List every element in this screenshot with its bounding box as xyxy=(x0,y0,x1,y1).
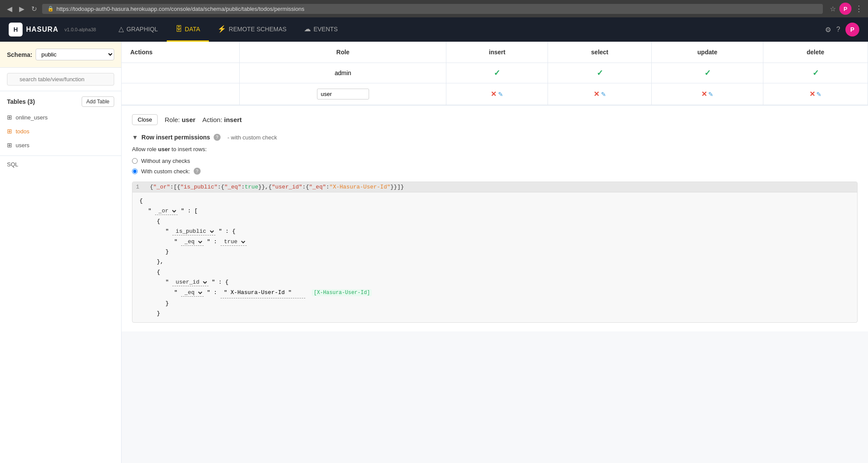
check-icon-green: ✓ xyxy=(704,69,711,77)
check-icon-green: ✓ xyxy=(597,69,603,77)
col-insert: insert xyxy=(446,42,548,63)
col-role: Role xyxy=(240,42,446,63)
remote-schemas-icon: ⚡ xyxy=(218,25,226,33)
or-field-select[interactable]: _or xyxy=(155,207,178,215)
help-button[interactable]: ? xyxy=(836,26,840,33)
radio-no-checks-label: Without any checks xyxy=(141,158,190,164)
row-user-actions xyxy=(122,83,240,105)
radio-custom-check[interactable]: With custom check: ? xyxy=(132,168,858,175)
app: H HASURA v1.0.0-alpha38 △ GRAPHIQL 🗄 DAT… xyxy=(0,17,868,463)
browser-menu-icon[interactable]: ⋮ xyxy=(855,4,863,13)
custom-check-label: - with custom check xyxy=(228,134,277,141)
browser-actions: ☆ P ⋮ xyxy=(830,3,863,15)
hasura-logo-icon: H xyxy=(9,23,23,36)
sidebar-sql[interactable]: SQL xyxy=(0,155,121,173)
section-title: Row insert permissions xyxy=(142,134,210,141)
tab-events[interactable]: ☁ EVENTS xyxy=(295,17,347,42)
search-wrap: 🔍 xyxy=(7,73,114,86)
tree-eq2-row: " _eq " : " X-Hasura-User-Id " [X-Hasura… xyxy=(174,288,850,298)
check-icon-green: ✓ xyxy=(812,69,819,77)
sidebar: Schema: public 🔍 Tables (3) Add Table ⊞ … xyxy=(0,42,122,463)
url-bar[interactable]: 🔒 https://todoapp-auth0-hasura.herokuapp… xyxy=(42,4,823,14)
row-admin-select: ✓ xyxy=(548,63,652,83)
col-select: select xyxy=(548,42,652,63)
forward-button[interactable]: ▶ xyxy=(17,3,26,15)
tab-graphiql-label: GRAPHIQL xyxy=(126,26,158,33)
tree-brace-open: { xyxy=(139,196,850,206)
logo-text: HASURA xyxy=(26,26,58,33)
row-user-insert: ✕ ✎ xyxy=(446,83,548,105)
sidebar-item-online-users[interactable]: ⊞ online_users xyxy=(0,110,121,124)
search-input[interactable] xyxy=(7,73,114,86)
eq1-field-select[interactable]: _eq xyxy=(181,238,204,246)
top-nav: H HASURA v1.0.0-alpha38 △ GRAPHIQL 🗄 DAT… xyxy=(0,17,868,42)
radio-custom-check-input[interactable] xyxy=(132,169,138,174)
section-header: ▼ Row insert permissions ? - with custom… xyxy=(132,134,858,141)
table-icon: ⊞ xyxy=(7,114,12,121)
star-icon[interactable]: ☆ xyxy=(830,5,836,13)
section-help-icon[interactable]: ? xyxy=(214,134,221,141)
radio-no-checks[interactable]: Without any checks xyxy=(132,158,858,164)
row-admin-delete: ✓ xyxy=(763,63,868,83)
tree-obj2-end: } xyxy=(157,308,850,318)
sidebar-item-users[interactable]: ⊞ users xyxy=(0,138,121,152)
user-id-field-select[interactable]: user_id xyxy=(172,278,208,286)
x-icon: ✕ xyxy=(809,90,815,98)
logo-area: H HASURA v1.0.0-alpha38 xyxy=(9,23,96,36)
permission-panel: Close Role: user Action: insert ▼ Row in… xyxy=(122,106,868,331)
refresh-button[interactable]: ↻ xyxy=(30,3,39,15)
perm-panel-header: Close Role: user Action: insert xyxy=(132,114,858,125)
is-public-field-select[interactable]: is_public xyxy=(172,228,215,235)
col-update: update xyxy=(652,42,763,63)
main-content: Actions Role insert select update delete… xyxy=(122,42,868,463)
role-value: user xyxy=(182,116,195,123)
tree-obj2-close: } xyxy=(165,298,850,308)
code-editor: 1 {"_or":[{"is_public":{"_eq":true}},{"u… xyxy=(132,182,858,323)
edit-insert-icon[interactable]: ✎ xyxy=(498,91,503,98)
sidebar-item-todos[interactable]: ⊞ todos xyxy=(0,124,121,138)
lock-icon: 🔒 xyxy=(47,6,54,12)
permissions-table: Actions Role insert select update delete… xyxy=(122,42,868,105)
edit-delete-icon[interactable]: ✎ xyxy=(816,91,822,98)
schema-select[interactable]: public xyxy=(36,49,114,60)
add-table-button[interactable]: Add Table xyxy=(82,96,114,107)
collapse-icon[interactable]: ▼ xyxy=(132,134,138,141)
user-avatar[interactable]: P xyxy=(845,23,859,36)
nav-tabs: △ GRAPHIQL 🗄 DATA ⚡ REMOTE SCHEMAS ☁ EVE… xyxy=(110,17,347,42)
tables-header: Tables (3) Add Table xyxy=(0,91,121,110)
table-name-todos: todos xyxy=(16,128,30,135)
settings-button[interactable]: ⚙ xyxy=(825,26,831,34)
url-text: https://todoapp-auth0-hasura.herokuapp.c… xyxy=(56,6,304,12)
true-val-select[interactable]: true xyxy=(221,238,247,246)
edit-update-icon[interactable]: ✎ xyxy=(708,91,713,98)
tab-data[interactable]: 🗄 DATA xyxy=(167,17,209,42)
back-button[interactable]: ◀ xyxy=(5,3,14,15)
graphiql-icon: △ xyxy=(119,25,124,33)
x-icon: ✕ xyxy=(701,90,707,98)
nav-right: ⚙ ? P xyxy=(825,23,859,36)
row-user-delete: ✕ ✎ xyxy=(763,83,868,105)
radio-no-checks-input[interactable] xyxy=(132,158,138,164)
role-input[interactable] xyxy=(317,89,369,99)
row-user-role xyxy=(240,83,446,105)
role-label: Role: xyxy=(165,116,180,123)
edit-select-icon[interactable]: ✎ xyxy=(601,91,606,98)
tree-user-id-row: " user_id " : { xyxy=(165,277,850,287)
tab-data-label: DATA xyxy=(185,26,200,33)
table-row: admin ✓ ✓ ✓ ✓ xyxy=(122,63,868,83)
eq2-field-select[interactable]: _eq xyxy=(181,289,204,297)
close-button[interactable]: Close xyxy=(132,114,158,125)
custom-check-help-icon[interactable]: ? xyxy=(194,168,201,175)
tab-graphiql[interactable]: △ GRAPHIQL xyxy=(110,17,166,42)
perm-title: Role: user Action: insert xyxy=(165,116,242,123)
table-row: ✕ ✎ ✕ ✎ ✕ ✎ ✕ xyxy=(122,83,868,105)
tab-remote-schemas[interactable]: ⚡ REMOTE SCHEMAS xyxy=(209,17,295,42)
xhasura-val: " X-Hasura-User-Id " xyxy=(221,288,305,298)
radio-group: Without any checks With custom check: ? xyxy=(132,158,858,175)
x-hasura-user-id-tag: [X-Hasura-User-Id] xyxy=(312,289,372,296)
schema-selector: Schema: public xyxy=(0,42,121,68)
code-line1: 1 {"_or":[{"is_public":{"_eq":true}},{"u… xyxy=(132,182,857,192)
events-icon: ☁ xyxy=(304,25,311,33)
col-actions: Actions xyxy=(122,42,240,63)
code-line1-content: {"_or":[{"is_public":{"_eq":true}},{"use… xyxy=(150,184,404,190)
